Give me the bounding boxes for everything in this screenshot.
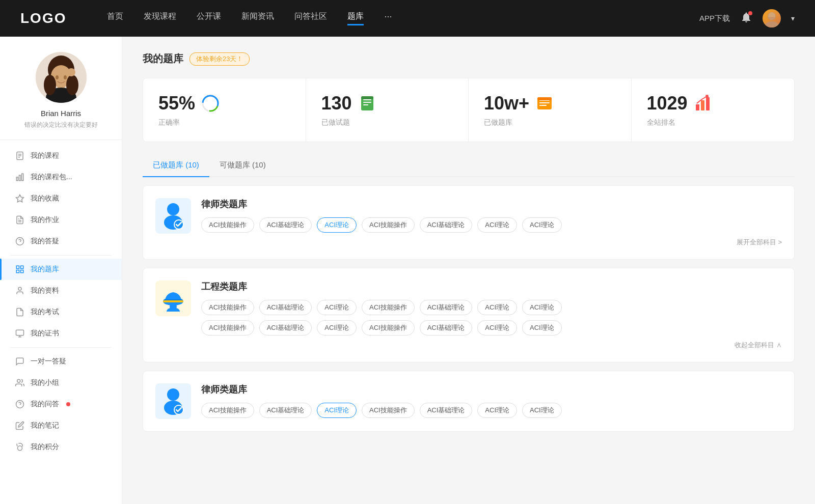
tag-2-10[interactable]: ACI技能操作 — [362, 320, 415, 335]
sidebar-item-course-packages[interactable]: 我的课程包... — [0, 166, 122, 188]
logo[interactable]: LOGO — [20, 10, 66, 26]
svg-rect-30 — [16, 330, 24, 335]
tag-1-0[interactable]: ACI技能操作 — [201, 217, 254, 233]
stat-done-banks-value: 10w+ — [484, 93, 529, 114]
tab-done[interactable]: 已做题库 (10) — [143, 154, 209, 176]
tag-3-2[interactable]: ACI理论 — [317, 403, 357, 418]
svg-rect-25 — [16, 266, 19, 268]
svg-rect-48 — [696, 104, 699, 110]
tag-1-6[interactable]: ACI理论 — [522, 217, 562, 233]
sidebar-item-questions[interactable]: 我的答疑 — [0, 231, 122, 252]
tag-3-0[interactable]: ACI技能操作 — [201, 403, 254, 418]
svg-point-34 — [18, 446, 22, 451]
svg-rect-47 — [537, 97, 552, 100]
sidebar-label-homework: 我的作业 — [31, 215, 59, 225]
tag-2-2[interactable]: ACI理论 — [317, 300, 357, 315]
nav-home[interactable]: 首页 — [107, 11, 123, 25]
tab-available[interactable]: 可做题库 (10) — [209, 154, 276, 176]
sidebar-item-question-bank[interactable]: 我的题库 — [0, 259, 122, 280]
sidebar-label-profile: 我的资料 — [31, 286, 59, 295]
nav-question-bank[interactable]: 题库 — [347, 11, 364, 25]
tag-2-4[interactable]: ACI基础理论 — [420, 300, 473, 315]
file-icon — [15, 151, 24, 160]
tag-2-5[interactable]: ACI理论 — [477, 300, 517, 315]
tag-1-1[interactable]: ACI基础理论 — [259, 217, 312, 233]
edit-icon — [15, 421, 24, 430]
user-avatar[interactable] — [763, 9, 781, 27]
sidebar-label-groups: 我的小组 — [31, 378, 59, 387]
sidebar-menu: 我的课程 我的课程包... 我的收藏 我的作业 — [0, 145, 122, 458]
tag-3-3[interactable]: ACI技能操作 — [362, 403, 415, 418]
sidebar-item-homework[interactable]: 我的作业 — [0, 209, 122, 231]
stat-rank: 1029 全站排名 — [632, 78, 795, 142]
qbank-header-3: 律师类题库 ACI技能操作 ACI基础理论 ACI理论 ACI技能操作 ACI基… — [155, 383, 782, 419]
tag-2-9[interactable]: ACI理论 — [317, 320, 357, 335]
tag-3-5[interactable]: ACI理论 — [477, 403, 517, 418]
nav-more[interactable]: ··· — [384, 11, 392, 25]
notification-bell[interactable] — [740, 11, 752, 25]
tag-2-12[interactable]: ACI理论 — [477, 320, 517, 335]
nav-qa[interactable]: 问答社区 — [294, 11, 327, 25]
chart-red-icon — [694, 94, 712, 113]
sidebar-item-exams[interactable]: 我的考试 — [0, 301, 122, 323]
tag-3-4[interactable]: ACI基础理论 — [420, 403, 473, 418]
qbank-content-3: 律师类题库 ACI技能操作 ACI基础理论 ACI理论 ACI技能操作 ACI基… — [201, 383, 782, 418]
doc-green-icon — [358, 94, 376, 113]
trial-badge[interactable]: 体验剩余23天！ — [189, 52, 250, 66]
tag-2-6[interactable]: ACI理论 — [522, 300, 562, 315]
notification-dot — [748, 11, 752, 15]
stat-rank-value: 1029 — [647, 93, 688, 114]
tag-3-6[interactable]: ACI理论 — [522, 403, 562, 418]
sidebar-item-courses[interactable]: 我的课程 — [0, 145, 122, 166]
expand-link-1[interactable]: 展开全部科目 > — [201, 238, 782, 247]
qbank-icon-lawyer-2 — [155, 383, 191, 419]
sidebar-item-my-questions[interactable]: 我的问答 — [0, 394, 122, 415]
tag-3-1[interactable]: ACI基础理论 — [259, 403, 312, 418]
sidebar-item-groups[interactable]: 我的小组 — [0, 372, 122, 394]
tag-2-3[interactable]: ACI技能操作 — [362, 300, 415, 315]
tag-2-1[interactable]: ACI基础理论 — [259, 300, 312, 315]
homework-icon — [15, 215, 24, 225]
qbank-title-3: 律师类题库 — [201, 383, 782, 396]
profile-name: Brian Harris — [10, 109, 112, 118]
sidebar-item-one-on-one[interactable]: 一对一答疑 — [0, 351, 122, 372]
tag-2-0[interactable]: ACI技能操作 — [201, 300, 254, 315]
app-download-link[interactable]: APP下载 — [699, 14, 730, 23]
svg-rect-50 — [706, 97, 710, 110]
qbank-icon-lawyer-1 — [155, 198, 191, 234]
tag-1-5[interactable]: ACI理论 — [477, 217, 517, 233]
chat-icon — [15, 357, 24, 366]
user-dropdown-arrow[interactable]: ▾ — [791, 14, 795, 22]
stat-accuracy: 55% 正确率 — [143, 78, 306, 142]
accuracy-pie-icon — [201, 94, 220, 113]
question-icon — [15, 237, 24, 246]
svg-rect-40 — [363, 102, 371, 103]
svg-rect-57 — [163, 300, 183, 302]
tag-1-4[interactable]: ACI基础理论 — [420, 217, 473, 233]
nav-links: 首页 发现课程 公开课 新闻资讯 问答社区 题库 ··· — [107, 11, 699, 25]
collapse-link-2[interactable]: 收起全部科目 ∧ — [201, 341, 782, 350]
sidebar-label-points: 我的积分 — [31, 442, 59, 452]
main-content: 我的题库 体验剩余23天！ 55% 正确率 130 — [122, 37, 815, 504]
tag-1-3[interactable]: ACI技能操作 — [362, 217, 415, 233]
svg-rect-19 — [22, 174, 23, 181]
tag-2-11[interactable]: ACI基础理论 — [420, 320, 473, 335]
stat-done-banks: 10w+ 已做题库 — [469, 78, 632, 142]
sidebar-label-exams: 我的考试 — [31, 307, 59, 317]
note-icon — [15, 307, 24, 317]
sidebar-item-favorites[interactable]: 我的收藏 — [0, 188, 122, 209]
page-header: 我的题库 体验剩余23天！ — [143, 52, 795, 66]
qbank-tags-3: ACI技能操作 ACI基础理论 ACI理论 ACI技能操作 ACI基础理论 AC… — [201, 403, 782, 418]
nav-discover[interactable]: 发现课程 — [144, 11, 176, 25]
nav-open-course[interactable]: 公开课 — [197, 11, 221, 25]
sidebar-item-certificates[interactable]: 我的证书 — [0, 323, 122, 344]
sidebar-item-notes[interactable]: 我的笔记 — [0, 415, 122, 436]
sidebar-item-profile[interactable]: 我的资料 — [0, 280, 122, 301]
tag-1-2[interactable]: ACI理论 — [317, 217, 357, 233]
tag-2-13[interactable]: ACI理论 — [522, 320, 562, 335]
tag-2-7[interactable]: ACI技能操作 — [201, 320, 254, 335]
nav-news[interactable]: 新闻资讯 — [241, 11, 274, 25]
sidebar-item-points[interactable]: 我的积分 — [0, 436, 122, 458]
qbank-title-1: 律师类题库 — [201, 198, 782, 210]
tag-2-8[interactable]: ACI基础理论 — [259, 320, 312, 335]
